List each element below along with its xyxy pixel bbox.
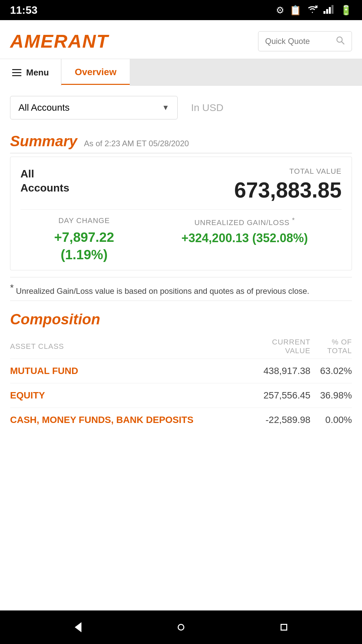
- table-row: MUTUAL FUND438,917.3863.02%: [10, 359, 352, 383]
- pct-total-cell: 0.00%: [310, 408, 352, 432]
- unrealized-label: UNREALIZED GAIN/LOSS *: [181, 216, 308, 227]
- footnote-text: Unrealized Gain/Loss value is based on p…: [16, 286, 309, 296]
- summary-total-value: TOTAL VALUE 673,883.85: [234, 167, 342, 203]
- pct-total-cell: 36.98%: [310, 383, 352, 408]
- all-accounts-label: All Accounts: [20, 167, 69, 195]
- pct-total-cell: 63.02%: [310, 359, 352, 383]
- table-row: CASH, MONEY FUNDS, BANK DEPOSITS-22,589.…: [10, 408, 352, 432]
- summary-card: All Accounts TOTAL VALUE 673,883.85 DAY …: [10, 157, 352, 270]
- summary-header: Summary As of 2:23 AM ET 05/28/2020: [10, 133, 352, 150]
- quick-quote-input[interactable]: [265, 37, 332, 46]
- recent-button[interactable]: [276, 619, 292, 636]
- total-value-amount: 673,883.85: [234, 178, 342, 203]
- asterisk-icon: *: [292, 216, 295, 224]
- svg-marker-8: [75, 622, 81, 632]
- total-value-label: TOTAL VALUE: [234, 167, 342, 176]
- footnote-star: *: [10, 282, 14, 293]
- tab-overview[interactable]: Overview: [61, 59, 130, 86]
- account-select-value: All Accounts: [18, 102, 70, 113]
- battery-icon: 🔋: [340, 5, 352, 16]
- tab-overview-label: Overview: [75, 67, 117, 77]
- home-circle-icon: [178, 624, 184, 631]
- day-change-value: +7,897.22 (1.19%): [54, 228, 114, 263]
- day-change-label: DAY CHANGE: [54, 216, 114, 225]
- svg-rect-5: [331, 5, 334, 14]
- main-content: All Accounts ▼ In USD Summary As of 2:23…: [0, 86, 362, 610]
- filter-row: All Accounts ▼ In USD: [10, 96, 352, 119]
- table-row: EQUITY257,556.4536.98%: [10, 383, 352, 408]
- unrealized-block: UNREALIZED GAIN/LOSS * +324,200.13 (352.…: [181, 216, 308, 263]
- summary-title: Summary: [10, 133, 77, 150]
- svg-rect-3: [326, 9, 328, 14]
- summary-as-of: As of 2:23 AM ET 05/28/2020: [84, 139, 189, 148]
- search-icon: [336, 36, 345, 47]
- recent-square-icon: [281, 624, 287, 631]
- footnote: * Unrealized Gain/Loss value is based on…: [10, 277, 352, 301]
- quick-quote-box[interactable]: [258, 31, 352, 51]
- col-current-value: CURRENTVALUE: [249, 334, 310, 359]
- gear-icon: ⚙: [276, 5, 284, 16]
- asset-name: CASH, MONEY FUNDS, BANK DEPOSITS: [10, 408, 249, 432]
- home-button[interactable]: [173, 619, 189, 636]
- summary-divider: [10, 153, 352, 153]
- svg-line-7: [342, 42, 344, 44]
- asset-name: MUTUAL FUND: [10, 359, 249, 383]
- asset-name: EQUITY: [10, 383, 249, 408]
- signal-icon: [323, 4, 335, 16]
- hamburger-icon: [12, 69, 21, 76]
- chevron-down-icon: ▼: [162, 103, 169, 112]
- composition-table: ASSET CLASS CURRENTVALUE % OFTOTAL MUTUA…: [10, 334, 352, 432]
- account-select[interactable]: All Accounts ▼: [10, 96, 178, 119]
- status-bar: 11:53 ⚙ 📋 🔋: [0, 0, 362, 20]
- clipboard-icon: 📋: [290, 5, 301, 16]
- col-pct-total: % OFTOTAL: [310, 334, 352, 359]
- unrealized-value: +324,200.13 (352.08%): [181, 230, 308, 246]
- col-asset-class: ASSET CLASS: [10, 334, 249, 359]
- nav-bar: Menu Overview: [0, 59, 362, 86]
- current-value-cell: 257,556.45: [249, 383, 310, 408]
- back-button[interactable]: [70, 619, 86, 636]
- svg-rect-2: [323, 11, 325, 14]
- table-header-row: ASSET CLASS CURRENTVALUE % OFTOTAL: [10, 334, 352, 359]
- logo: AMERANT: [10, 30, 109, 52]
- status-time: 11:53: [10, 4, 38, 16]
- svg-rect-4: [329, 7, 331, 14]
- status-icons: ⚙ 📋 🔋: [276, 4, 352, 16]
- currency-label: In USD: [191, 102, 224, 113]
- header: AMERANT: [0, 20, 362, 59]
- menu-button[interactable]: Menu: [0, 59, 61, 86]
- current-value-cell: 438,917.38: [249, 359, 310, 383]
- menu-label: Menu: [26, 67, 49, 78]
- composition-title: Composition: [10, 311, 352, 328]
- summary-metrics-row: DAY CHANGE +7,897.22 (1.19%) UNREALIZED …: [20, 209, 342, 263]
- bottom-nav: [0, 610, 362, 644]
- svg-point-6: [337, 37, 342, 42]
- summary-top-row: All Accounts TOTAL VALUE 673,883.85: [20, 167, 342, 203]
- day-change-block: DAY CHANGE +7,897.22 (1.19%): [54, 216, 114, 263]
- current-value-cell: -22,589.98: [249, 408, 310, 432]
- wifi-x-icon: [307, 4, 318, 16]
